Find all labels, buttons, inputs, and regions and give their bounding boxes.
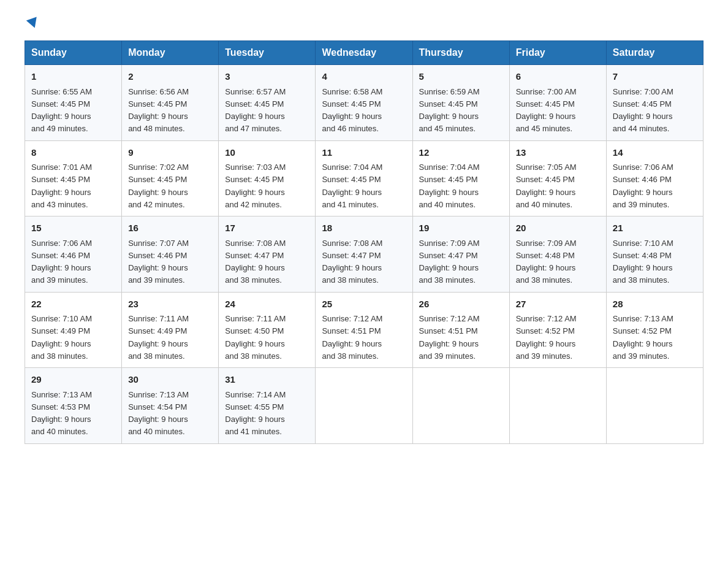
calendar-cell: 2 Sunrise: 6:56 AMSunset: 4:45 PMDayligh… — [122, 65, 219, 141]
day-info: Sunrise: 7:03 AMSunset: 4:45 PMDaylight:… — [225, 163, 286, 209]
calendar-cell: 1 Sunrise: 6:55 AMSunset: 4:45 PMDayligh… — [25, 65, 122, 141]
calendar-cell: 10 Sunrise: 7:03 AMSunset: 4:45 PMDaylig… — [219, 140, 316, 216]
weekday-header-sunday: Sunday — [25, 41, 122, 65]
calendar-cell — [316, 368, 412, 444]
calendar-cell: 14 Sunrise: 7:06 AMSunset: 4:46 PMDaylig… — [606, 140, 703, 216]
calendar-cell: 17 Sunrise: 7:08 AMSunset: 4:47 PMDaylig… — [219, 216, 316, 293]
day-number: 20 — [516, 221, 600, 236]
day-number: 21 — [613, 221, 697, 236]
calendar-cell: 15 Sunrise: 7:06 AMSunset: 4:46 PMDaylig… — [25, 216, 122, 293]
day-number: 13 — [516, 146, 600, 160]
day-info: Sunrise: 6:58 AMSunset: 4:45 PMDaylight:… — [322, 87, 382, 134]
day-number: 8 — [31, 146, 115, 160]
calendar-cell: 29 Sunrise: 7:13 AMSunset: 4:53 PMDaylig… — [25, 368, 122, 444]
day-number: 4 — [322, 70, 406, 84]
day-number: 31 — [225, 373, 309, 387]
day-info: Sunrise: 7:13 AMSunset: 4:52 PMDaylight:… — [613, 314, 673, 361]
calendar-cell: 22 Sunrise: 7:10 AMSunset: 4:49 PMDaylig… — [25, 292, 122, 368]
day-info: Sunrise: 7:04 AMSunset: 4:45 PMDaylight:… — [419, 163, 480, 209]
day-info: Sunrise: 7:06 AMSunset: 4:46 PMDaylight:… — [613, 163, 673, 209]
day-info: Sunrise: 7:10 AMSunset: 4:48 PMDaylight:… — [613, 239, 673, 285]
day-info: Sunrise: 6:55 AMSunset: 4:45 PMDaylight:… — [31, 87, 92, 134]
day-number: 17 — [225, 221, 309, 236]
calendar-cell: 3 Sunrise: 6:57 AMSunset: 4:45 PMDayligh… — [219, 65, 316, 141]
calendar-header: SundayMondayTuesdayWednesdayThursdayFrid… — [25, 41, 703, 65]
day-number: 23 — [128, 297, 212, 312]
day-number: 2 — [128, 70, 212, 84]
calendar-cell — [509, 368, 606, 444]
calendar-cell: 16 Sunrise: 7:07 AMSunset: 4:46 PMDaylig… — [122, 216, 219, 293]
day-number: 19 — [419, 221, 503, 236]
day-number: 12 — [419, 146, 503, 160]
calendar-cell: 8 Sunrise: 7:01 AMSunset: 4:45 PMDayligh… — [25, 140, 122, 216]
calendar-cell: 24 Sunrise: 7:11 AMSunset: 4:50 PMDaylig… — [219, 292, 316, 368]
day-number: 29 — [31, 373, 115, 387]
day-number: 22 — [31, 297, 115, 312]
day-number: 15 — [31, 221, 115, 236]
calendar-week-5: 29 Sunrise: 7:13 AMSunset: 4:53 PMDaylig… — [25, 368, 703, 444]
calendar-cell: 4 Sunrise: 6:58 AMSunset: 4:45 PMDayligh… — [316, 65, 412, 141]
weekday-header-saturday: Saturday — [606, 41, 703, 65]
day-info: Sunrise: 6:57 AMSunset: 4:45 PMDaylight:… — [225, 87, 286, 134]
calendar-cell: 25 Sunrise: 7:12 AMSunset: 4:51 PMDaylig… — [316, 292, 412, 368]
day-info: Sunrise: 7:13 AMSunset: 4:53 PMDaylight:… — [31, 390, 92, 437]
day-number: 16 — [128, 221, 212, 236]
weekday-header-thursday: Thursday — [412, 41, 509, 65]
day-info: Sunrise: 6:59 AMSunset: 4:45 PMDaylight:… — [419, 87, 480, 134]
day-number: 27 — [516, 297, 600, 312]
weekday-header-friday: Friday — [509, 41, 606, 65]
day-info: Sunrise: 7:14 AMSunset: 4:55 PMDaylight:… — [225, 390, 286, 437]
day-info: Sunrise: 7:06 AMSunset: 4:46 PMDaylight:… — [31, 239, 92, 285]
calendar-week-2: 8 Sunrise: 7:01 AMSunset: 4:45 PMDayligh… — [25, 140, 703, 216]
calendar-body: 1 Sunrise: 6:55 AMSunset: 4:45 PMDayligh… — [25, 65, 703, 444]
calendar-cell: 6 Sunrise: 7:00 AMSunset: 4:45 PMDayligh… — [509, 65, 606, 141]
day-number: 5 — [419, 70, 503, 84]
day-info: Sunrise: 7:08 AMSunset: 4:47 PMDaylight:… — [322, 239, 382, 285]
calendar-cell: 13 Sunrise: 7:05 AMSunset: 4:45 PMDaylig… — [509, 140, 606, 216]
day-info: Sunrise: 7:02 AMSunset: 4:45 PMDaylight:… — [128, 163, 189, 209]
weekday-header-wednesday: Wednesday — [316, 41, 412, 65]
calendar-cell: 23 Sunrise: 7:11 AMSunset: 4:49 PMDaylig… — [122, 292, 219, 368]
day-number: 11 — [322, 146, 406, 160]
calendar-cell — [606, 368, 703, 444]
day-number: 30 — [128, 373, 212, 387]
day-number: 24 — [225, 297, 309, 312]
calendar-cell: 11 Sunrise: 7:04 AMSunset: 4:45 PMDaylig… — [316, 140, 412, 216]
day-info: Sunrise: 7:12 AMSunset: 4:51 PMDaylight:… — [322, 314, 382, 361]
calendar-week-4: 22 Sunrise: 7:10 AMSunset: 4:49 PMDaylig… — [25, 292, 703, 368]
weekday-header-monday: Monday — [122, 41, 219, 65]
calendar-cell: 30 Sunrise: 7:13 AMSunset: 4:54 PMDaylig… — [122, 368, 219, 444]
calendar-cell: 26 Sunrise: 7:12 AMSunset: 4:51 PMDaylig… — [412, 292, 509, 368]
day-info: Sunrise: 7:00 AMSunset: 4:45 PMDaylight:… — [516, 87, 577, 134]
day-number: 28 — [613, 297, 697, 312]
day-number: 1 — [31, 70, 115, 84]
calendar-week-1: 1 Sunrise: 6:55 AMSunset: 4:45 PMDayligh… — [25, 65, 703, 141]
logo — [25, 18, 39, 28]
day-number: 14 — [613, 146, 697, 160]
day-number: 7 — [613, 70, 697, 84]
calendar-week-3: 15 Sunrise: 7:06 AMSunset: 4:46 PMDaylig… — [25, 216, 703, 293]
day-number: 25 — [322, 297, 406, 312]
logo-blue-text — [25, 18, 39, 28]
day-info: Sunrise: 7:07 AMSunset: 4:46 PMDaylight:… — [128, 239, 189, 285]
day-number: 9 — [128, 146, 212, 160]
day-info: Sunrise: 7:01 AMSunset: 4:45 PMDaylight:… — [31, 163, 92, 209]
day-number: 10 — [225, 146, 309, 160]
weekday-header-tuesday: Tuesday — [219, 41, 316, 65]
day-info: Sunrise: 7:09 AMSunset: 4:48 PMDaylight:… — [516, 239, 577, 285]
day-number: 26 — [419, 297, 503, 312]
calendar-cell: 18 Sunrise: 7:08 AMSunset: 4:47 PMDaylig… — [316, 216, 412, 293]
page-header — [25, 18, 703, 28]
day-info: Sunrise: 7:00 AMSunset: 4:45 PMDaylight:… — [613, 87, 673, 134]
calendar-cell: 9 Sunrise: 7:02 AMSunset: 4:45 PMDayligh… — [122, 140, 219, 216]
calendar-cell: 28 Sunrise: 7:13 AMSunset: 4:52 PMDaylig… — [606, 292, 703, 368]
calendar-cell: 12 Sunrise: 7:04 AMSunset: 4:45 PMDaylig… — [412, 140, 509, 216]
day-number: 18 — [322, 221, 406, 236]
day-info: Sunrise: 7:11 AMSunset: 4:50 PMDaylight:… — [225, 314, 286, 361]
calendar-cell: 5 Sunrise: 6:59 AMSunset: 4:45 PMDayligh… — [412, 65, 509, 141]
day-info: Sunrise: 6:56 AMSunset: 4:45 PMDaylight:… — [128, 87, 189, 134]
calendar-table: SundayMondayTuesdayWednesdayThursdayFrid… — [25, 40, 703, 444]
day-info: Sunrise: 7:04 AMSunset: 4:45 PMDaylight:… — [322, 163, 382, 209]
day-info: Sunrise: 7:09 AMSunset: 4:47 PMDaylight:… — [419, 239, 480, 285]
calendar-cell: 7 Sunrise: 7:00 AMSunset: 4:45 PMDayligh… — [606, 65, 703, 141]
